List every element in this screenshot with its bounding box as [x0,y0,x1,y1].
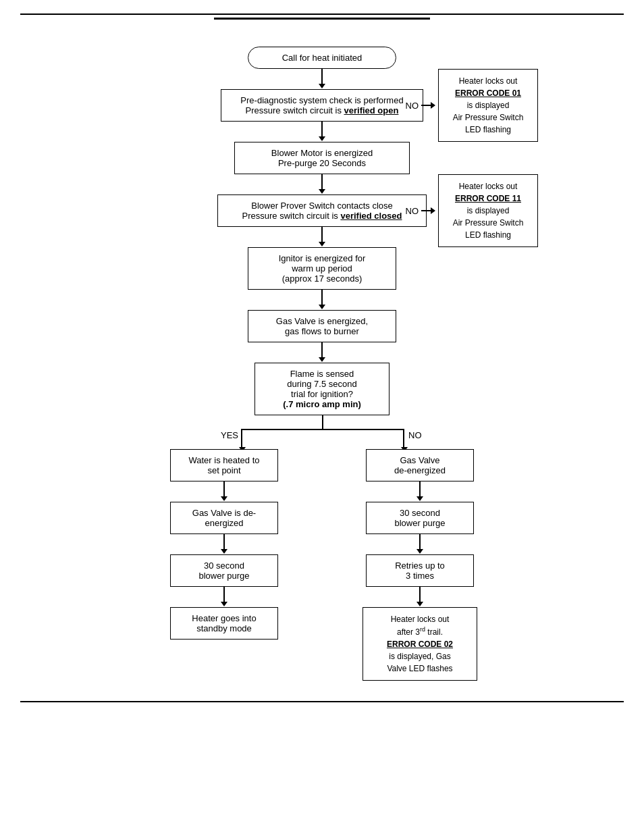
title-underline [214,18,430,20]
branches-row: Water is heated to set point Gas Valve i… [153,449,491,681]
horiz-line-1 [421,105,431,106]
arrow-right-2 [431,207,435,214]
standby-box: Heater goes into standby mode [170,607,278,640]
arrow3 [319,174,325,194]
horiz-line-2 [421,210,431,211]
blower-prover-row: Blower Prover Switch contacts close Pres… [86,194,558,227]
prediag-wrapper: Pre-diagnostic system check is performed… [221,89,423,122]
error11-box: Heater locks out ERROR CODE 11 is displa… [438,174,538,247]
arrow1 [319,69,325,89]
bottom-border [20,701,624,702]
yesno-split: YES NO [153,415,491,449]
gas-valve-energized-box: Gas Valve is energized, gas flows to bur… [248,310,396,342]
split-vert-line [322,415,323,429]
ignitor-box: Ignitor is energized for warm up period … [248,247,396,290]
prediag-row: Pre-diagnostic system check is performed… [86,89,558,122]
start-box: Call for heat initiated [248,47,396,69]
arrow-yes1 [221,481,227,502]
blower-prover-box: Blower Prover Switch contacts close Pres… [217,194,427,227]
yes-label: YES [221,430,238,440]
start-label: Call for heat initiated [282,53,363,63]
blower-prover-wrapper: Blower Prover Switch contacts close Pres… [217,194,427,227]
arrow-no3 [417,587,423,607]
arrow4 [319,227,325,247]
prediag-line1: Pre-diagnostic system check is performed [231,95,413,105]
arrow-no2 [417,534,423,554]
water-box: Water is heated to set point [170,449,278,481]
flame-box: Flame is sensed during 7.5 second trial … [254,363,390,415]
retries-box: Retries up to 3 times [366,554,474,587]
flowchart: Call for heat initiated Pre-diagnostic s… [20,40,624,681]
arrow-right-1 [431,102,435,109]
yes-vert-line [241,429,242,449]
no-vert-line [403,429,404,449]
top-border [20,14,624,15]
no-label: NO [408,430,422,440]
arrow-yes2 [221,534,227,554]
prediag-box: Pre-diagnostic system check is performed… [221,89,423,122]
no-arrow-error11: NO Heater locks out ERROR CODE 11 is dis… [406,174,539,247]
arrow-no1 [417,481,423,502]
arrow-yes3 [221,587,227,607]
arrow5 [319,290,325,310]
no-arrow-error01: NO Heater locks out ERROR CODE 01 is dis… [406,69,539,142]
blower-purge-no-box: 30 second blower purge [366,502,474,534]
gas-deenergized-yes-box: Gas Valve is de- energized [170,502,278,534]
prediag-line2: Pressure switch circuit is verified open [231,105,413,115]
error02-box: Heater locks out after 3rd trail. ERROR … [363,607,477,681]
arrow6 [319,342,325,363]
no-label-1: NO [406,101,419,111]
no-label-2: NO [406,206,419,216]
split-horiz-line [241,429,403,430]
gas-valve-no-box: Gas Valve de-energized [366,449,474,481]
no-branch: Gas Valve de-energized 30 second blower … [349,449,491,681]
error01-box: Heater locks out ERROR CODE 01 is displa… [438,69,538,142]
blower-purge-yes-box: 30 second blower purge [170,554,278,587]
blower-motor-box: Blower Motor is energized Pre-purge 20 S… [234,142,410,174]
yes-branch: Water is heated to set point Gas Valve i… [153,449,295,640]
arrow2 [319,122,325,142]
page: Call for heat initiated Pre-diagnostic s… [0,0,644,834]
